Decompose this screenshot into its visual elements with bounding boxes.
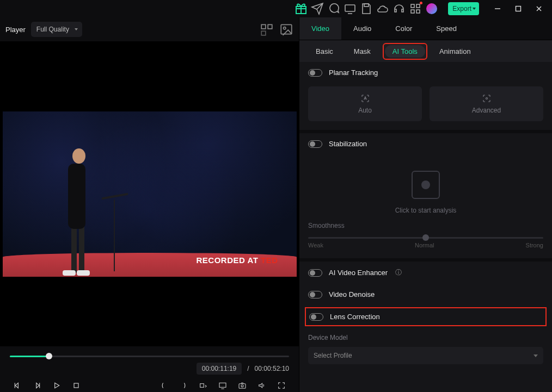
svg-rect-24 — [239, 384, 246, 389]
timecodes: 00:00:11:19 / 00:00:52:10 — [10, 363, 289, 375]
window-close[interactable] — [530, 2, 548, 15]
titlebar: Export — [0, 0, 552, 17]
planar-toggle[interactable] — [308, 69, 322, 77]
stabilization-row: Stabilization — [299, 130, 552, 154]
stab-toggle[interactable] — [308, 140, 322, 148]
info-icon[interactable]: ⓘ — [395, 268, 402, 277]
legend-strong: Strong — [526, 242, 543, 248]
send-icon[interactable] — [311, 2, 324, 15]
legend-normal: Normal — [415, 242, 434, 248]
svg-point-25 — [241, 385, 243, 387]
lens-correction-row: Lens Correction — [305, 307, 547, 326]
device-profile-value: Select Profile — [314, 352, 352, 359]
comment-icon[interactable] — [327, 2, 340, 15]
player-header: Player Full Quality — [0, 17, 299, 41]
device-profile-select[interactable]: Select Profile — [308, 347, 543, 364]
time-current[interactable]: 00:00:11:19 — [197, 363, 242, 375]
profile-avatar[interactable] — [425, 2, 438, 15]
subtab-ai-tools[interactable]: AI Tools — [383, 43, 427, 60]
planar-advanced-card[interactable]: Advanced — [430, 86, 543, 121]
watermark-text: RECORDED AT TED — [197, 256, 278, 265]
svg-rect-21 — [74, 383, 78, 388]
auto-icon — [360, 94, 370, 103]
quality-value: Full Quality — [36, 26, 69, 33]
svg-rect-22 — [200, 384, 204, 388]
planar-auto-card[interactable]: Auto — [308, 86, 422, 121]
video-preview: RECORDED AT TED — [3, 111, 297, 277]
player-label: Player — [5, 26, 26, 34]
svg-rect-13 — [261, 31, 266, 35]
mark-in-icon[interactable] — [156, 378, 171, 392]
mark-out-icon[interactable] — [176, 378, 191, 392]
lens-toggle[interactable] — [309, 313, 323, 321]
cloud-icon[interactable] — [376, 2, 389, 15]
lens-label: Lens Correction — [330, 313, 380, 321]
playbar: 00:00:11:19 / 00:00:52:10 — [0, 346, 299, 392]
sub-tabs: Basic Mask AI Tools Animation — [299, 40, 552, 62]
image-icon[interactable] — [279, 22, 293, 36]
analysis-text: Click to start analysis — [395, 207, 457, 214]
device-model-label: Device Model — [299, 328, 552, 344]
step-fwd-button[interactable] — [29, 378, 45, 392]
step-back-button[interactable] — [10, 378, 25, 392]
inspector-panel: Video Audio Color Speed Basic Mask AI To… — [299, 17, 552, 392]
apps-icon[interactable] — [409, 2, 422, 15]
player-panel: Player Full Quality RECORDED AT TED — [0, 17, 299, 392]
main-split: Player Full Quality RECORDED AT TED — [0, 17, 552, 392]
smoothness-label: Smoothness — [308, 222, 543, 229]
top-tabs: Video Audio Color Speed — [299, 17, 552, 40]
headset-icon[interactable] — [392, 2, 406, 15]
tab-video[interactable]: Video — [299, 17, 341, 40]
settings-scroll[interactable]: Planar Tracking Auto Advanced Stabilizat… — [299, 62, 552, 392]
fullscreen-icon[interactable] — [274, 378, 289, 392]
display-icon[interactable] — [215, 378, 230, 392]
volume-icon[interactable] — [254, 378, 269, 392]
ai-enhancer-row: AI Video Enhancer ⓘ — [299, 258, 552, 284]
subtab-basic[interactable]: Basic — [307, 44, 342, 59]
grid-view-icon[interactable] — [260, 22, 274, 36]
svg-rect-23 — [219, 383, 226, 387]
window-minimize[interactable] — [489, 2, 506, 15]
planar-tracking-row: Planar Tracking — [299, 62, 552, 83]
svg-rect-4 — [416, 4, 420, 8]
svg-rect-3 — [411, 4, 414, 8]
subtab-mask[interactable]: Mask — [345, 44, 379, 59]
tab-speed[interactable]: Speed — [424, 17, 469, 40]
tab-audio[interactable]: Audio — [341, 17, 383, 40]
smoothness-slider[interactable] — [308, 237, 543, 239]
subtab-animation[interactable]: Animation — [431, 44, 480, 59]
svg-marker-20 — [55, 383, 59, 388]
window-maximize[interactable] — [510, 2, 527, 15]
export-label: Export — [452, 5, 471, 13]
smoothness-legend: Weak Normal Strong — [308, 242, 543, 248]
stab-label: Stabilization — [329, 140, 367, 148]
denoise-toggle[interactable] — [308, 291, 322, 298]
ai-enhancer-toggle[interactable] — [308, 269, 322, 277]
tab-color[interactable]: Color — [383, 17, 424, 40]
ai-enhancer-label: AI Video Enhancer — [329, 269, 388, 277]
gift-icon[interactable] — [295, 2, 308, 15]
play-button[interactable] — [49, 378, 64, 392]
denoise-row: Video Denoise — [299, 284, 552, 305]
planar-advanced-label: Advanced — [472, 107, 501, 114]
snapshot-icon[interactable] — [235, 378, 250, 392]
smoothness-block: Smoothness Weak Normal Strong — [299, 222, 552, 258]
stop-button[interactable] — [69, 378, 84, 392]
legend-weak: Weak — [308, 242, 323, 248]
planar-auto-label: Auto — [358, 107, 372, 114]
scrub-bar[interactable] — [10, 352, 289, 360]
svg-rect-8 — [516, 7, 521, 11]
time-total: 00:00:52:10 — [255, 365, 289, 372]
preview-area[interactable]: RECORDED AT TED — [0, 41, 299, 346]
svg-point-26 — [486, 98, 487, 99]
svg-rect-5 — [411, 10, 414, 13]
stab-analysis[interactable]: Click to start analysis — [299, 154, 552, 222]
svg-rect-2 — [364, 4, 369, 7]
ratio-icon[interactable] — [195, 378, 211, 392]
denoise-label: Video Denoise — [329, 290, 375, 298]
quality-select[interactable]: Full Quality — [31, 22, 82, 37]
advanced-icon — [482, 94, 492, 103]
export-button[interactable]: Export — [448, 2, 479, 15]
save-icon[interactable] — [360, 2, 373, 15]
monitor-icon[interactable] — [344, 2, 357, 15]
